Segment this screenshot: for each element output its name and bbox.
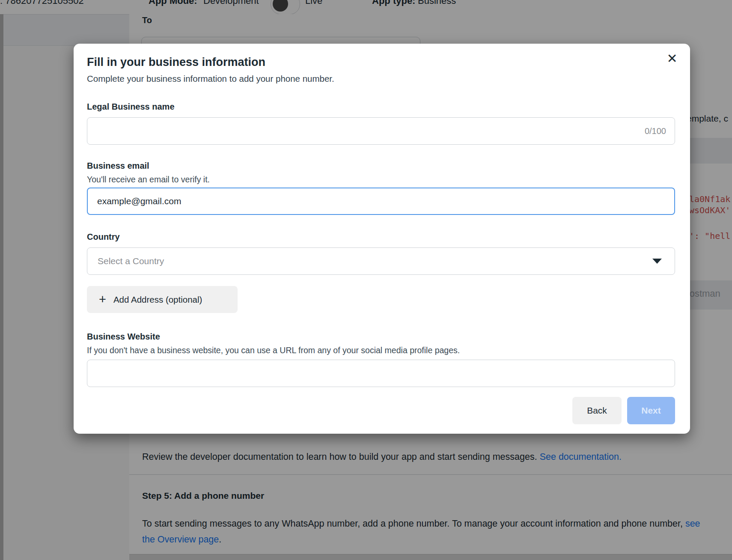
business-info-modal: ✕ Fill in your business information Comp… (74, 44, 690, 434)
next-button[interactable]: Next (627, 397, 675, 424)
legal-business-name-input[interactable] (96, 125, 640, 137)
legal-business-name-shell: 0/100 (87, 117, 675, 145)
plus-icon: + (99, 293, 106, 306)
back-button[interactable]: Back (572, 397, 622, 424)
legal-business-name-label: Legal Business name (87, 101, 675, 112)
char-counter: 0/100 (645, 126, 666, 136)
business-website-shell (87, 360, 675, 387)
business-email-label: Business email (87, 160, 675, 171)
country-select-placeholder: Select a Country (98, 256, 652, 266)
country-label: Country (87, 231, 675, 242)
close-icon[interactable]: ✕ (664, 50, 681, 67)
business-email-shell (87, 188, 675, 215)
add-address-button[interactable]: + Add Address (optional) (87, 286, 238, 313)
country-select[interactable]: Select a Country (87, 247, 675, 275)
business-website-helper: If you don't have a business website, yo… (87, 345, 675, 356)
add-address-label: Add Address (optional) (113, 295, 202, 305)
chevron-down-icon (652, 259, 662, 264)
business-email-input[interactable] (96, 196, 666, 207)
modal-footer: Back Next (87, 397, 675, 424)
business-website-label: Business Website (87, 331, 675, 342)
modal-title: Fill in your business information (87, 55, 675, 69)
modal-subtitle: Complete your business information to ad… (87, 73, 675, 84)
business-website-input[interactable] (96, 368, 666, 379)
business-email-helper: You'll receive an email to verify it. (87, 174, 675, 185)
